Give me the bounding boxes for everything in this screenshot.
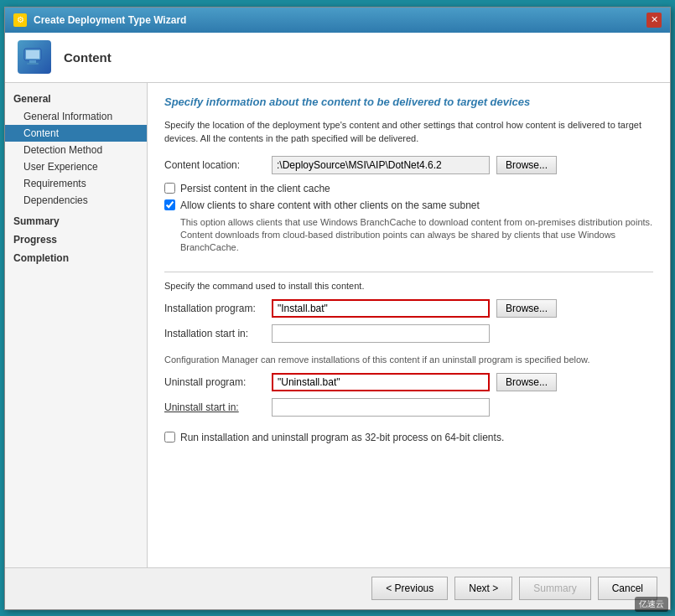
- content-area: General General Information Content Dete…: [5, 83, 670, 567]
- run-32bit-checkbox[interactable]: [164, 432, 175, 443]
- title-bar: ⚙ Create Deployment Type Wizard ✕: [5, 8, 670, 33]
- next-button[interactable]: Next >: [454, 577, 512, 600]
- main-content-panel: Specify information about the content to…: [148, 83, 670, 567]
- content-location-label: Content location:: [164, 159, 265, 171]
- content-location-row: Content location: Browse...: [164, 156, 653, 174]
- installation-program-row: Installation program: Browse...: [164, 299, 653, 318]
- browse-button-3[interactable]: Browse...: [496, 373, 557, 391]
- install-section-label: Specify the command used to install this…: [164, 281, 653, 291]
- svg-rect-1: [26, 50, 39, 59]
- footer: < Previous Next > Summary Cancel: [5, 567, 670, 609]
- uninstall-program-input[interactable]: [272, 373, 490, 391]
- installation-program-input[interactable]: [272, 299, 490, 318]
- sidebar-item-dependencies[interactable]: Dependencies: [5, 192, 147, 209]
- uninstall-program-label: Uninstall program:: [164, 376, 265, 388]
- sidebar-item-detection-method[interactable]: Detection Method: [5, 142, 147, 158]
- allow-clients-row: Allow clients to share content with othe…: [164, 199, 653, 211]
- watermark: 亿速云: [635, 597, 668, 612]
- installation-start-row: Installation start in:: [164, 324, 653, 343]
- sidebar-group-general: General: [5, 90, 147, 108]
- uninstall-program-row: Uninstall program: Browse...: [164, 373, 653, 391]
- separator-1: [164, 272, 653, 272]
- uninstall-start-row: Uninstall start in:: [164, 398, 653, 417]
- allow-clients-label: Allow clients to share content with othe…: [180, 199, 480, 211]
- window-icon: ⚙: [13, 13, 27, 27]
- sidebar: General General Information Content Dete…: [5, 83, 148, 567]
- sidebar-item-content[interactable]: Content: [5, 125, 147, 142]
- installation-program-label: Installation program:: [164, 303, 265, 314]
- content-location-input[interactable]: [272, 156, 490, 174]
- browse-button-2[interactable]: Browse...: [496, 299, 557, 318]
- header-section: Content: [5, 33, 670, 83]
- allow-clients-checkbox[interactable]: [164, 199, 175, 210]
- installation-start-label: Installation start in:: [164, 328, 265, 339]
- svg-rect-2: [29, 60, 36, 63]
- window-title: Create Deployment Type Wizard: [34, 14, 186, 26]
- sidebar-item-completion-group[interactable]: Completion: [5, 249, 147, 267]
- persist-content-checkbox[interactable]: [164, 183, 175, 194]
- page-title: Specify information about the content to…: [164, 96, 653, 108]
- uninstall-start-label: Uninstall start in:: [164, 401, 265, 413]
- title-bar-controls: ✕: [646, 13, 662, 28]
- sidebar-item-summary-group[interactable]: Summary: [5, 212, 147, 230]
- run-32bit-label: Run installation and uninstall program a…: [180, 432, 504, 443]
- svg-rect-3: [27, 63, 39, 65]
- header-title: Content: [64, 50, 112, 65]
- sidebar-item-progress-group[interactable]: Progress: [5, 230, 147, 249]
- sidebar-item-user-experience[interactable]: User Experience: [5, 158, 147, 175]
- title-bar-left: ⚙ Create Deployment Type Wizard: [13, 13, 186, 27]
- main-window: ⚙ Create Deployment Type Wizard ✕ Conten…: [4, 7, 671, 610]
- persist-content-row: Persist content in the client cache: [164, 183, 653, 194]
- close-button[interactable]: ✕: [646, 13, 662, 28]
- installation-start-input[interactable]: [272, 324, 490, 343]
- branchcache-info: This option allows clients that use Wind…: [180, 216, 653, 255]
- persist-content-label: Persist content in the client cache: [180, 183, 330, 194]
- description-text: Specify the location of the deployment t…: [164, 118, 653, 146]
- header-icon: [18, 40, 51, 74]
- sidebar-item-general-information[interactable]: General Information: [5, 108, 147, 125]
- uninstall-info: Configuration Manager can remove install…: [164, 355, 653, 365]
- sidebar-item-requirements[interactable]: Requirements: [5, 175, 147, 192]
- summary-button[interactable]: Summary: [519, 577, 590, 600]
- run-32bit-row: Run installation and uninstall program a…: [164, 432, 653, 443]
- uninstall-start-input[interactable]: [272, 398, 490, 417]
- browse-button-1[interactable]: Browse...: [496, 156, 557, 174]
- previous-button[interactable]: < Previous: [371, 577, 448, 600]
